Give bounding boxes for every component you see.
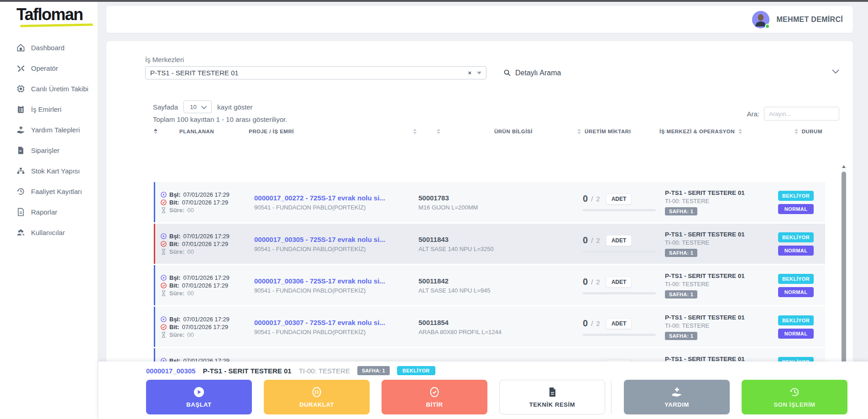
app-logo[interactable]: Tafloman <box>0 0 98 26</box>
project-link[interactable]: 0000017_00305 - 725S-17 evrak nolu si... <box>254 235 413 244</box>
project-cell: 0000017_00272 - 725S-17 evrak nolu si...… <box>249 194 413 211</box>
stage-badge: SAFHA: 1 <box>665 332 697 340</box>
selected-work-center: P-TS1 - SERIT TESTERE 01 <box>203 367 291 375</box>
page-size-value: 10 <box>190 104 196 110</box>
clear-selection-icon[interactable]: × <box>464 69 475 76</box>
column-header-planned[interactable]: PLANLANAN <box>154 129 249 134</box>
sidebar-item-orders[interactable]: Siparişler <box>0 140 98 161</box>
work-center-select[interactable]: P-TS1 - SERIT TESTERE 01 × <box>145 66 486 79</box>
records-summary: Toplam 100 kayıttan 1 - 10 arası gösteri… <box>153 115 287 123</box>
qty-total: 2 <box>596 319 600 327</box>
select-caret-icon[interactable] <box>477 72 481 74</box>
quantity-cell: 0 / 2 ADET <box>577 194 659 211</box>
scrollbar-thumb[interactable] <box>842 172 846 377</box>
pause-button[interactable]: DURAKLAT <box>264 380 370 414</box>
project-link[interactable]: 0000017_00306 - 725S-17 evrak nolu si... <box>254 277 413 285</box>
sidebar-item-operator[interactable]: Operatör <box>0 58 98 79</box>
qty-unit-badge: ADET <box>606 318 632 329</box>
sidebar-item-label: Yardım Talepleri <box>31 126 80 134</box>
sidebar-item-label: Siparişler <box>31 147 60 154</box>
end-clock-icon <box>161 283 167 288</box>
hand-plus-icon <box>16 126 25 134</box>
sidebar-item-activity-logs[interactable]: Faaliyet Kayıtları <box>0 181 98 202</box>
column-header-work-center[interactable]: İŞ MERKEZİ & OPERASYON <box>659 129 767 134</box>
work-centers-label: İş Merkezleri <box>145 56 184 63</box>
sort-icon[interactable] <box>154 129 157 134</box>
sort-icon[interactable] <box>413 129 417 134</box>
recent-jobs-button[interactable]: SON İŞLERİM <box>742 380 847 414</box>
work-center-value: P-TS1 - SERIT TESTERE 01 <box>150 69 464 77</box>
start-button[interactable]: BAŞLAT <box>146 380 252 414</box>
sidebar-item-label: Operatör <box>31 64 58 72</box>
logo-underline <box>20 23 93 27</box>
sort-icon[interactable] <box>577 129 581 134</box>
product-code: 50011854 <box>418 318 577 327</box>
sidebar-item-live-production[interactable]: Canlı Üretim Takibi <box>0 79 98 99</box>
sort-icon[interactable] <box>738 129 742 134</box>
status-cell: BEKLİYOR NORMAL <box>767 315 825 339</box>
product-cell: 50001783 M16 GIJON L=200MM <box>413 194 577 211</box>
planned-cell: Bşl:07/01/2026 17:29 Bit:07/01/2026 17:2… <box>155 232 249 256</box>
sidebar-item-work-orders[interactable]: İş Emirleri <box>0 99 98 120</box>
hourglass-icon <box>161 207 167 213</box>
qty-progress-bar <box>583 251 656 253</box>
status-cell: BEKLİYOR NORMAL <box>767 274 825 297</box>
hourglass-icon <box>161 332 167 338</box>
sidebar-item-label: Kullanıcılar <box>31 229 65 236</box>
search-label: Ara: <box>747 110 759 118</box>
selected-order-link[interactable]: 0000017_00305 <box>146 367 195 375</box>
table-row[interactable]: Bşl:07/01/2026 17:29 Bit:07/01/2026 17:2… <box>154 265 825 305</box>
column-header-product[interactable]: ÜRÜN BİLGİSİ <box>413 129 577 134</box>
panel-collapse-chevron-icon[interactable] <box>832 68 839 76</box>
priority-badge: NORMAL <box>778 287 814 297</box>
sidebar-item-reports[interactable]: Raporlar <box>0 202 98 222</box>
priority-badge: NORMAL <box>778 246 814 256</box>
sidebar-item-help-requests[interactable]: Yardım Talepleri <box>0 120 98 140</box>
table-row[interactable]: Bşl:07/01/2026 17:29 Bit:07/01/2026 17:2… <box>154 182 825 222</box>
status-cell: BEKLİYOR NORMAL <box>767 191 825 214</box>
operation-name: TI-00: TESTERE <box>665 198 767 204</box>
table-search-input[interactable] <box>764 107 839 120</box>
table-row-selected[interactable]: Bşl:07/01/2026 17:29 Bit:07/01/2026 17:2… <box>154 224 825 264</box>
document-icon <box>16 208 25 216</box>
project-link[interactable]: 0000017_00272 - 725S-17 evrak nolu si... <box>254 194 413 202</box>
qty-done: 0 <box>583 318 588 329</box>
users-icon <box>16 228 25 237</box>
sidebar-nav: Dashboard Operatör Canlı Üretim Takibi İ… <box>0 37 98 243</box>
quantity-cell: 0 / 2 ADET <box>577 277 659 294</box>
column-header-project[interactable]: PROJE / İŞ EMRİ <box>249 129 413 134</box>
sort-icon[interactable] <box>795 129 798 134</box>
sidebar-item-stock-structure[interactable]: Stok Kart Yapısı <box>0 161 98 181</box>
action-bar: 0000017_00305 P-TS1 - SERIT TESTERE 01 T… <box>98 361 868 419</box>
action-buttons: BAŞLAT DURAKLAT BİTİR TEKNİK RESİM YARDI… <box>146 380 847 414</box>
operation-name: TI-00: TESTERE <box>665 281 767 288</box>
table-header: PLANLANAN PROJE / İŞ EMRİ ÜRÜN BİLGİSİ Ü… <box>154 124 825 139</box>
qty-unit-badge: ADET <box>606 194 632 204</box>
play-circle-icon <box>161 233 167 239</box>
qty-unit-badge: ADET <box>606 235 632 246</box>
detailed-search-button[interactable]: Detaylı Arama <box>503 66 561 79</box>
sidebar-item-dashboard[interactable]: Dashboard <box>0 37 98 58</box>
qty-done: 0 <box>583 194 588 204</box>
work-center-cell: P-TS1 - SERIT TESTERE 01 TI-00: TESTERE … <box>659 230 767 257</box>
selected-order-info: 0000017_00305 P-TS1 - SERIT TESTERE 01 T… <box>146 365 435 376</box>
selected-operation: TI-00: TESTERE <box>299 367 350 375</box>
technical-drawing-button[interactable]: TEKNİK RESİM <box>499 380 605 414</box>
chevron-down-icon <box>201 103 207 109</box>
help-button[interactable]: YARDIM <box>624 380 730 414</box>
user-menu[interactable]: MEHMET DEMİRCİ <box>752 6 843 33</box>
avatar <box>752 11 769 28</box>
column-header-quantity[interactable]: ÜRETİM MİKTARI <box>577 129 659 134</box>
sidebar-item-users[interactable]: Kullanıcılar <box>0 222 98 243</box>
project-link[interactable]: 0000017_00307 - 725S-17 evrak nolu si... <box>254 318 413 327</box>
hourglass-icon <box>161 249 167 255</box>
page-size-prefix: Sayfada <box>153 103 178 111</box>
sort-icon[interactable] <box>437 129 440 134</box>
page-size-select[interactable]: 10 <box>183 100 212 113</box>
sitemap-icon <box>16 167 25 175</box>
scrollbar-up-arrow[interactable] <box>842 165 846 168</box>
finish-button[interactable]: BİTİR <box>382 380 487 414</box>
button-divider <box>611 381 612 414</box>
table-row[interactable]: Bşl:07/01/2026 17:29 Bit:07/01/2026 17:2… <box>154 307 825 347</box>
column-header-status[interactable]: DURUM <box>767 129 825 134</box>
